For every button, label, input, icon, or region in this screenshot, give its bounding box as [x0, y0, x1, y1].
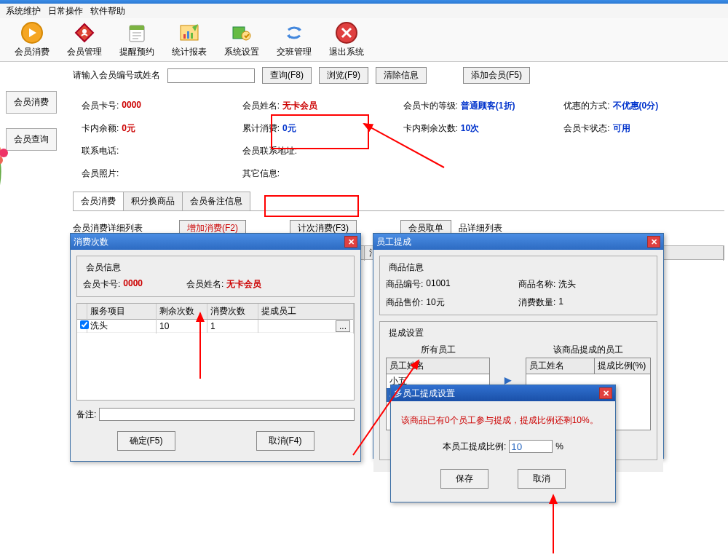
svg-point-12	[242, 31, 250, 40]
toolbar: 会员消费 会员管理 提醒预约 统计报表 系统设置 交班管理 退出系统	[0, 18, 728, 62]
goods-price-value: 10元	[426, 296, 444, 309]
multi-commission-dialog: 多员工提成设置 ✕ 该商品已有0个员工参与提成，提成比例还剩10%。 本员工提成…	[390, 384, 616, 502]
photo-label: 会员照片:	[82, 167, 119, 180]
card-no-label: 会员卡号:	[82, 100, 119, 112]
dlg1-member-info-label: 会员信息	[83, 261, 124, 274]
dlg1-title: 消费次数	[74, 236, 108, 248]
svg-rect-10	[191, 33, 193, 39]
other-label: 其它信息:	[242, 167, 280, 180]
toolbar-stats[interactable]: 统计报表	[172, 21, 207, 58]
move-right-icon[interactable]: ▶	[505, 375, 511, 385]
goods-name-value: 洗头	[558, 278, 576, 291]
status-value: 可用	[613, 122, 630, 135]
svg-rect-8	[183, 34, 186, 39]
dlg1-note-input[interactable]	[99, 408, 355, 421]
svg-rect-3	[130, 25, 144, 30]
dlg3-message: 该商品已有0个员工参与提成，提成比例还剩10%。	[401, 414, 605, 427]
dlg2-title: 员工提成	[376, 236, 411, 248]
dlg1-note-label: 备注:	[76, 409, 96, 421]
browse-button[interactable]: 浏览(F9)	[319, 67, 368, 84]
dlg1-name-value: 无卡会员	[226, 278, 261, 291]
dlg2-goods-info-label: 商品信息	[386, 261, 427, 274]
menu-system[interactable]: 系统维护	[6, 5, 41, 17]
name-value: 无卡会员	[282, 100, 317, 112]
dlg3-cancel-button[interactable]: 取消	[518, 469, 566, 489]
svg-point-16	[0, 156, 3, 165]
menu-bar: 系统维护 日常操作 软件帮助	[0, 4, 728, 18]
toolbar-exit[interactable]: 退出系统	[329, 21, 364, 58]
total-label: 累计消费:	[242, 122, 280, 135]
dlg3-close-button[interactable]: ✕	[599, 387, 612, 399]
dlg1-service-table: 服务项目 剩余次数 消费次数 提成员工 洗头 10 1 ...	[76, 303, 355, 401]
query-button[interactable]: 查询(F8)	[262, 67, 312, 84]
balance-value: 0元	[122, 122, 135, 135]
consume-count-dialog: 消费次数 ✕ 会员信息 会员卡号:0000 会员姓名:无卡会员 服务项目 剩余次…	[70, 233, 361, 462]
level-value: 普通顾客(1折)	[461, 100, 515, 112]
dlg3-save-button[interactable]: 保存	[440, 469, 488, 489]
tab-consume[interactable]: 会员消费	[73, 192, 124, 210]
dlg1-ok-button[interactable]: 确定(F5)	[117, 431, 175, 451]
balance-label: 卡内余额:	[82, 122, 119, 135]
level-label: 会员卡的等级:	[403, 100, 458, 112]
tab-points[interactable]: 积分换商品	[123, 192, 183, 210]
clear-button[interactable]: 清除信息	[376, 67, 427, 84]
row-more-button[interactable]: ...	[336, 320, 350, 332]
toolbar-member[interactable]: 会员管理	[67, 21, 102, 58]
name-label: 会员姓名:	[242, 100, 280, 112]
search-label: 请输入会员编号或姓名	[73, 69, 160, 82]
dlg2-close-button[interactable]: ✕	[647, 236, 660, 248]
dlg3-title: 多员工提成设置	[394, 387, 455, 400]
dlg1-close-button[interactable]: ✕	[344, 236, 357, 248]
flower-decoration	[0, 138, 15, 182]
svg-point-15	[0, 149, 8, 157]
toolbar-settings[interactable]: 系统设置	[224, 21, 259, 58]
discount-value: 不优惠(0分)	[613, 100, 659, 112]
phone-label: 联系电话:	[82, 145, 119, 157]
dlg3-ratio-label: 本员工提成比例:	[443, 441, 506, 453]
toolbar-shift[interactable]: 交班管理	[277, 21, 312, 58]
toolbar-consume[interactable]: 会员消费	[15, 21, 50, 58]
add-member-button[interactable]: 添加会员(F5)	[463, 67, 530, 84]
dlg2-commission-label: 提成设置	[386, 327, 427, 339]
total-value: 0元	[282, 122, 296, 135]
toolbar-remind[interactable]: 提醒预约	[119, 21, 154, 58]
goods-qty-value: 1	[558, 296, 563, 309]
tab-notes[interactable]: 会员备注信息	[182, 192, 250, 210]
left-tab-consume[interactable]: 会员消费	[6, 91, 57, 114]
addr-label: 会员联系地址:	[242, 145, 297, 157]
status-label: 会员卡状态:	[563, 122, 609, 135]
svg-rect-9	[187, 31, 189, 39]
goods-id-value: 01001	[426, 278, 450, 291]
dlg1-cancel-button[interactable]: 取消(F4)	[256, 431, 314, 451]
menu-daily[interactable]: 日常操作	[48, 5, 83, 17]
dlg1-card-value: 0000	[123, 278, 143, 291]
search-input[interactable]	[167, 68, 255, 83]
card-no-value: 0000	[122, 100, 141, 112]
remain-value: 10次	[461, 122, 479, 135]
remain-label: 卡内剩余次数:	[403, 122, 458, 135]
service-row[interactable]: 洗头 10 1 ...	[77, 320, 354, 333]
menu-help[interactable]: 软件帮助	[90, 5, 125, 17]
discount-label: 优惠的方式:	[563, 100, 609, 112]
dlg3-ratio-input[interactable]	[509, 440, 553, 453]
assigned-emp-label: 该商品提成的员工	[526, 344, 651, 356]
svg-point-1	[82, 29, 87, 33]
all-emp-label: 所有员工	[386, 344, 490, 356]
